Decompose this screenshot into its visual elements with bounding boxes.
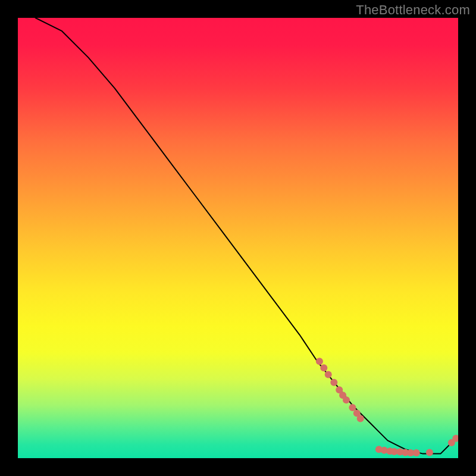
dotted-segments [316, 358, 458, 456]
data-point [413, 449, 420, 456]
data-point [325, 371, 332, 378]
data-point [357, 415, 364, 422]
data-point [349, 404, 356, 411]
chart-frame: TheBottleneck.com [0, 0, 476, 476]
plot-area [18, 18, 458, 458]
data-point [316, 358, 323, 365]
data-point [330, 379, 337, 386]
data-point [320, 364, 327, 371]
curve-line [36, 18, 458, 454]
watermark-text: TheBottleneck.com [356, 2, 470, 18]
data-point [343, 396, 350, 403]
data-point [426, 449, 433, 456]
chart-svg [18, 18, 458, 458]
